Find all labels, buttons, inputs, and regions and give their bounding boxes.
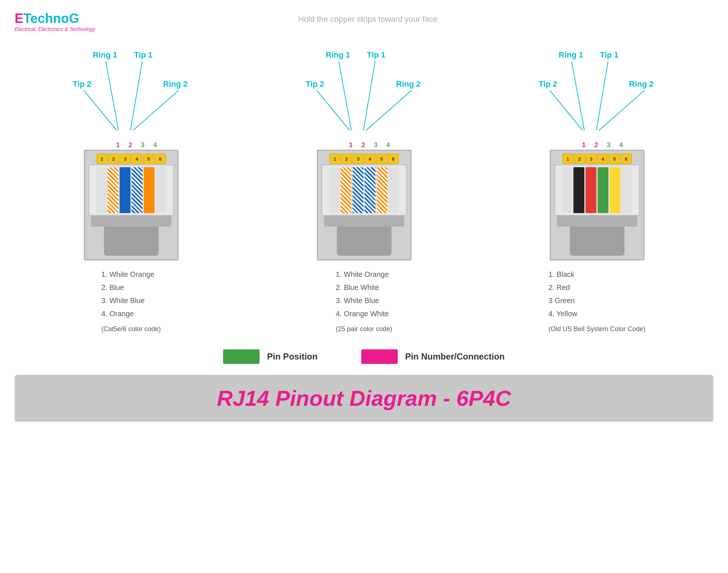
wire-1-oldus — [573, 167, 584, 213]
connector-25pair: Ring 1 Tip 1 Tip 2 Ring 2 1 2 3 4 1 2 3 — [258, 47, 470, 335]
slot-6: 6 — [155, 154, 166, 164]
pin-num-2: 2 — [124, 141, 137, 149]
wire-empty-1-25 — [329, 167, 339, 213]
pin-num-3: 3 — [137, 141, 149, 149]
pin-num-4-25: 4 — [382, 141, 394, 149]
slot-2-us: 2 — [574, 154, 585, 164]
ring2-label-cat5e: Ring 2 — [163, 79, 188, 89]
tip2-label-cat5e: Tip 2 — [73, 79, 92, 89]
wire-list-item-1-25: 1. White Orange — [336, 268, 392, 281]
wire-4-25pair — [377, 167, 388, 213]
slot-1-25: 1 — [330, 154, 340, 164]
wire-1-25pair — [340, 167, 351, 213]
logo-tagline: Electrical, Electronics & Technology — [15, 26, 95, 32]
wires-cat5e — [89, 165, 174, 216]
wire-list-oldus: 1. Black 2. Red 3 Green 4. Yellow (Old U… — [548, 268, 645, 335]
header: ETechnoG Electrical, Electronics & Techn… — [15, 11, 713, 32]
title-text: RJ14 Pinout Diagram - 6P4C — [22, 386, 706, 411]
wire-list-item-1: 1. White Orange — [101, 268, 161, 281]
slots-top-oldus: 1 2 3 4 5 6 — [554, 154, 640, 164]
slots-top-25pair: 1 2 3 4 5 6 — [322, 154, 407, 164]
slot-4: 4 — [132, 154, 143, 164]
slot-5-us: 5 — [609, 154, 620, 164]
pin-num-3-us: 3 — [603, 141, 615, 149]
wires-25pair — [322, 165, 407, 216]
legend-pin-number: Pin Number/Connection — [361, 349, 505, 364]
wire-3-25pair — [365, 167, 375, 213]
legend-box-green — [223, 349, 260, 364]
wire-list-note-oldus: (Old US Bell System Color Code) — [548, 323, 645, 335]
wire-empty-2 — [156, 167, 166, 213]
header-instruction: Hold the copper strips toward your face — [95, 11, 641, 24]
tip2-label-oldus: Tip 2 — [539, 79, 557, 89]
pin-numbers-25pair: 1 2 3 4 — [334, 141, 394, 149]
connector-diagram-25pair: 1 2 3 4 1 2 3 4 5 6 — [317, 141, 412, 260]
legend-box-pink — [361, 349, 398, 364]
connector-cable-25pair — [337, 227, 392, 256]
connector-diagram-oldus: 1 2 3 4 1 2 3 4 5 6 — [550, 141, 645, 260]
wire-list-item-3: 3. White Blue — [101, 294, 161, 307]
pin-labels-25pair: Ring 1 Tip 1 Tip 2 Ring 2 — [302, 47, 426, 141]
slot-5-25: 5 — [376, 154, 387, 164]
wire-list-note-cat5e: (Cat5e/6 color code) — [101, 323, 161, 335]
svg-line-3 — [133, 90, 179, 130]
slot-1: 1 — [97, 154, 108, 164]
connector-housing-oldus: 1 2 3 4 5 6 — [550, 150, 645, 260]
wire-list-item-2-25: 2. Blue White — [336, 281, 392, 294]
wire-2-25pair — [353, 167, 363, 213]
wire-4-cat5e — [144, 167, 155, 213]
connector-clip-25pair — [324, 216, 404, 227]
pin-num-2-us: 2 — [590, 141, 603, 149]
wire-empty-2-us — [622, 167, 632, 213]
connector-cable-oldus — [570, 227, 624, 256]
pin-numbers-oldus: 1 2 3 4 — [567, 141, 627, 149]
wire-1-cat5e — [108, 167, 118, 213]
wire-empty-1 — [96, 167, 106, 213]
svg-line-4 — [317, 90, 350, 130]
slot-2-25: 2 — [341, 154, 352, 164]
wire-empty-2-25 — [389, 167, 399, 213]
slot-4-us: 4 — [597, 154, 608, 164]
wire-3-oldus — [597, 167, 608, 213]
connector-clip-oldus — [557, 216, 637, 227]
ring1-label-cat5e: Ring 1 — [93, 50, 117, 60]
pin-num-4-us: 4 — [615, 141, 627, 149]
slots-top-cat5e: 1 2 3 4 5 6 — [89, 154, 174, 164]
connector-oldus: Ring 1 Tip 1 Tip 2 Ring 2 1 2 3 4 1 2 3 — [491, 47, 703, 335]
svg-line-5 — [339, 61, 351, 130]
svg-line-7 — [366, 90, 412, 130]
connector-diagram-cat5e: 1 2 3 4 1 2 3 4 5 6 — [84, 141, 179, 260]
tip1-label-cat5e: Tip 1 — [134, 50, 153, 60]
slot-1-us: 1 — [562, 154, 573, 164]
svg-line-10 — [596, 61, 608, 130]
svg-line-6 — [363, 61, 375, 130]
page: ETechnoG Electrical, Electronics & Techn… — [0, 0, 728, 573]
wire-list-item-4: 4. Orange — [101, 307, 161, 320]
connector-clip-cat5e — [91, 216, 171, 227]
arrows-svg-cat5e — [69, 47, 193, 141]
wire-list-item-4-25: 4. Orange White — [336, 307, 392, 320]
slot-6-25: 6 — [388, 154, 399, 164]
connectors-row: Ring 1 Tip 1 Tip 2 Ring 2 1 2 3 4 1 — [15, 47, 713, 335]
svg-line-8 — [550, 90, 583, 130]
wires-oldus — [554, 165, 640, 216]
pin-num-2-25: 2 — [357, 141, 370, 149]
ring2-label-25pair: Ring 2 — [396, 79, 421, 89]
pin-num-3-25: 3 — [370, 141, 382, 149]
logo-e: E — [15, 11, 23, 26]
wire-2-cat5e — [120, 167, 131, 213]
wire-2-oldus — [585, 167, 596, 213]
slot-3-us: 3 — [586, 154, 597, 164]
pin-numbers-cat5e: 1 2 3 4 — [101, 141, 161, 149]
legend-row: Pin Position Pin Number/Connection — [15, 349, 713, 364]
connector-cat5e: Ring 1 Tip 1 Tip 2 Ring 2 1 2 3 4 1 — [26, 47, 237, 335]
legend-pin-position: Pin Position — [223, 349, 318, 364]
wire-empty-1-us — [562, 167, 572, 213]
slot-3: 3 — [120, 154, 131, 164]
slot-6-us: 6 — [621, 154, 632, 164]
connector-cable-cat5e — [104, 227, 159, 256]
wire-list-cat5e: 1. White Orange 2. Blue 3. White Blue 4.… — [101, 268, 161, 335]
logo-area: ETechnoG Electrical, Electronics & Techn… — [15, 11, 95, 32]
tip2-label-25pair: Tip 2 — [306, 79, 324, 89]
wire-3-cat5e — [132, 167, 143, 213]
